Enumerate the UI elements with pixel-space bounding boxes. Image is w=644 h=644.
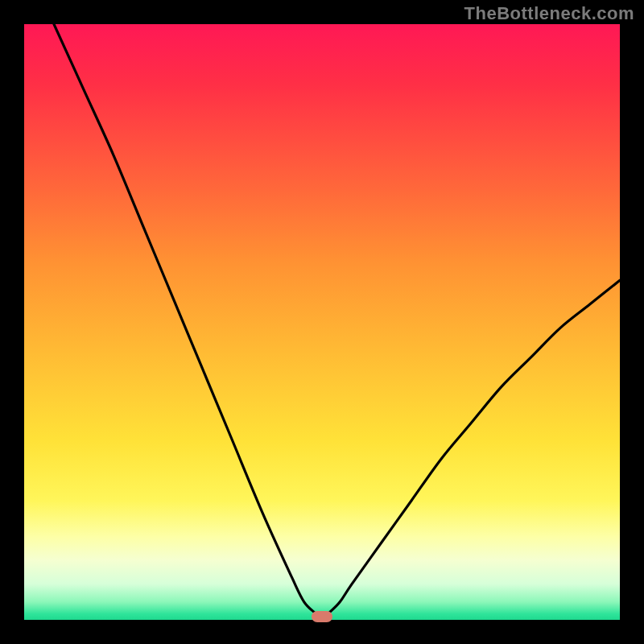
watermark-text: TheBottleneck.com — [464, 3, 634, 24]
curve-path — [54, 24, 620, 620]
optimum-marker — [312, 611, 332, 622]
chart-frame: TheBottleneck.com — [0, 0, 644, 644]
bottleneck-curve — [24, 24, 620, 620]
plot-area — [24, 24, 620, 620]
